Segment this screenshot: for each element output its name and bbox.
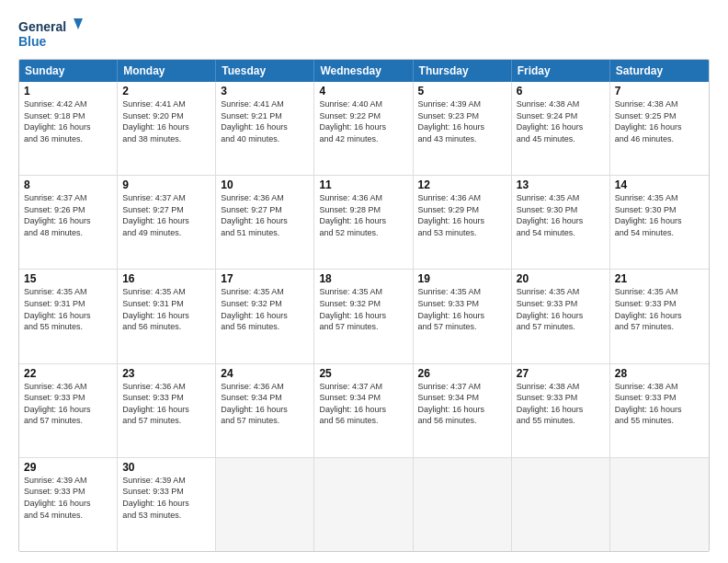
calendar-row: 15Sunrise: 4:35 AM Sunset: 9:31 PM Dayli… bbox=[19, 269, 709, 362]
calendar-cell: 4Sunrise: 4:40 AM Sunset: 9:22 PM Daylig… bbox=[314, 82, 413, 175]
calendar-cell: 23Sunrise: 4:36 AM Sunset: 9:33 PM Dayli… bbox=[118, 364, 216, 457]
calendar-cell: 26Sunrise: 4:37 AM Sunset: 9:34 PM Dayli… bbox=[414, 364, 512, 457]
calendar-cell: 9Sunrise: 4:37 AM Sunset: 9:27 PM Daylig… bbox=[118, 176, 216, 269]
cell-info: Sunrise: 4:35 AM Sunset: 9:30 PM Dayligh… bbox=[517, 192, 605, 238]
calendar-body: 1Sunrise: 4:42 AM Sunset: 9:18 PM Daylig… bbox=[19, 82, 709, 551]
calendar-cell bbox=[610, 458, 709, 551]
calendar-row: 8Sunrise: 4:37 AM Sunset: 9:26 PM Daylig… bbox=[19, 175, 709, 269]
cell-info: Sunrise: 4:36 AM Sunset: 9:33 PM Dayligh… bbox=[122, 381, 210, 427]
day-number: 18 bbox=[319, 272, 407, 285]
day-number: 11 bbox=[319, 178, 407, 191]
cell-info: Sunrise: 4:36 AM Sunset: 9:33 PM Dayligh… bbox=[24, 381, 112, 427]
calendar-cell: 24Sunrise: 4:36 AM Sunset: 9:34 PM Dayli… bbox=[216, 364, 314, 457]
svg-marker-2 bbox=[74, 18, 83, 29]
day-number: 3 bbox=[221, 85, 309, 98]
day-number: 2 bbox=[122, 85, 210, 98]
calendar-header-row: SundayMondayTuesdayWednesdayThursdayFrid… bbox=[19, 60, 709, 82]
cell-info: Sunrise: 4:42 AM Sunset: 9:18 PM Dayligh… bbox=[24, 98, 112, 144]
day-number: 4 bbox=[319, 85, 407, 98]
calendar-cell: 21Sunrise: 4:35 AM Sunset: 9:33 PM Dayli… bbox=[610, 270, 709, 362]
cell-info: Sunrise: 4:36 AM Sunset: 9:34 PM Dayligh… bbox=[221, 381, 309, 427]
header-day-sunday: Sunday bbox=[19, 60, 118, 82]
header-day-friday: Friday bbox=[512, 60, 610, 82]
day-number: 20 bbox=[517, 272, 605, 285]
header-day-monday: Monday bbox=[118, 60, 216, 82]
calendar-cell: 30Sunrise: 4:39 AM Sunset: 9:33 PM Dayli… bbox=[118, 458, 216, 551]
calendar-row: 29Sunrise: 4:39 AM Sunset: 9:33 PM Dayli… bbox=[19, 457, 709, 551]
calendar-cell bbox=[314, 458, 413, 551]
cell-info: Sunrise: 4:35 AM Sunset: 9:33 PM Dayligh… bbox=[418, 286, 506, 332]
day-number: 12 bbox=[418, 178, 506, 191]
cell-info: Sunrise: 4:39 AM Sunset: 9:33 PM Dayligh… bbox=[24, 475, 112, 521]
page: General Blue SundayMondayTuesdayWednesda… bbox=[0, 0, 728, 563]
cell-info: Sunrise: 4:38 AM Sunset: 9:24 PM Dayligh… bbox=[517, 98, 605, 144]
cell-info: Sunrise: 4:35 AM Sunset: 9:32 PM Dayligh… bbox=[319, 286, 407, 332]
cell-info: Sunrise: 4:38 AM Sunset: 9:33 PM Dayligh… bbox=[615, 381, 704, 427]
header-day-wednesday: Wednesday bbox=[314, 60, 413, 82]
cell-info: Sunrise: 4:35 AM Sunset: 9:33 PM Dayligh… bbox=[517, 286, 605, 332]
day-number: 23 bbox=[122, 367, 210, 380]
calendar-cell: 13Sunrise: 4:35 AM Sunset: 9:30 PM Dayli… bbox=[512, 176, 610, 269]
calendar-cell: 10Sunrise: 4:36 AM Sunset: 9:27 PM Dayli… bbox=[216, 176, 314, 269]
day-number: 14 bbox=[615, 178, 704, 191]
cell-info: Sunrise: 4:37 AM Sunset: 9:26 PM Dayligh… bbox=[24, 192, 112, 238]
header-day-saturday: Saturday bbox=[610, 60, 709, 82]
cell-info: Sunrise: 4:41 AM Sunset: 9:20 PM Dayligh… bbox=[122, 98, 210, 144]
calendar-cell: 27Sunrise: 4:38 AM Sunset: 9:33 PM Dayli… bbox=[512, 364, 610, 457]
calendar-cell: 5Sunrise: 4:39 AM Sunset: 9:23 PM Daylig… bbox=[414, 82, 512, 175]
cell-info: Sunrise: 4:36 AM Sunset: 9:29 PM Dayligh… bbox=[418, 192, 506, 238]
logo-svg: General Blue bbox=[18, 17, 83, 52]
day-number: 27 bbox=[517, 367, 605, 380]
calendar: SundayMondayTuesdayWednesdayThursdayFrid… bbox=[18, 59, 710, 552]
day-number: 5 bbox=[418, 85, 506, 98]
svg-text:Blue: Blue bbox=[18, 34, 47, 49]
day-number: 30 bbox=[122, 461, 210, 474]
cell-info: Sunrise: 4:35 AM Sunset: 9:33 PM Dayligh… bbox=[615, 286, 704, 332]
day-number: 29 bbox=[24, 461, 112, 474]
calendar-cell: 28Sunrise: 4:38 AM Sunset: 9:33 PM Dayli… bbox=[610, 364, 709, 457]
day-number: 28 bbox=[615, 367, 704, 380]
calendar-cell: 15Sunrise: 4:35 AM Sunset: 9:31 PM Dayli… bbox=[19, 270, 118, 362]
day-number: 22 bbox=[24, 367, 112, 380]
day-number: 9 bbox=[122, 178, 210, 191]
day-number: 16 bbox=[122, 272, 210, 285]
cell-info: Sunrise: 4:38 AM Sunset: 9:33 PM Dayligh… bbox=[517, 381, 605, 427]
day-number: 17 bbox=[221, 272, 309, 285]
day-number: 1 bbox=[24, 85, 112, 98]
cell-info: Sunrise: 4:36 AM Sunset: 9:27 PM Dayligh… bbox=[221, 192, 309, 238]
cell-info: Sunrise: 4:41 AM Sunset: 9:21 PM Dayligh… bbox=[221, 98, 309, 144]
cell-info: Sunrise: 4:38 AM Sunset: 9:25 PM Dayligh… bbox=[615, 98, 704, 144]
calendar-cell: 17Sunrise: 4:35 AM Sunset: 9:32 PM Dayli… bbox=[216, 270, 314, 362]
calendar-cell: 2Sunrise: 4:41 AM Sunset: 9:20 PM Daylig… bbox=[118, 82, 216, 175]
cell-info: Sunrise: 4:35 AM Sunset: 9:31 PM Dayligh… bbox=[24, 286, 112, 332]
calendar-cell: 8Sunrise: 4:37 AM Sunset: 9:26 PM Daylig… bbox=[19, 176, 118, 269]
cell-info: Sunrise: 4:37 AM Sunset: 9:34 PM Dayligh… bbox=[418, 381, 506, 427]
cell-info: Sunrise: 4:36 AM Sunset: 9:28 PM Dayligh… bbox=[319, 192, 407, 238]
calendar-cell: 6Sunrise: 4:38 AM Sunset: 9:24 PM Daylig… bbox=[512, 82, 610, 175]
cell-info: Sunrise: 4:40 AM Sunset: 9:22 PM Dayligh… bbox=[319, 98, 407, 144]
calendar-cell bbox=[512, 458, 610, 551]
day-number: 13 bbox=[517, 178, 605, 191]
day-number: 25 bbox=[319, 367, 407, 380]
calendar-cell: 14Sunrise: 4:35 AM Sunset: 9:30 PM Dayli… bbox=[610, 176, 709, 269]
logo: General Blue bbox=[18, 17, 83, 52]
cell-info: Sunrise: 4:35 AM Sunset: 9:30 PM Dayligh… bbox=[615, 192, 704, 238]
day-number: 8 bbox=[24, 178, 112, 191]
calendar-row: 1Sunrise: 4:42 AM Sunset: 9:18 PM Daylig… bbox=[19, 82, 709, 175]
day-number: 21 bbox=[615, 272, 704, 285]
svg-text:General: General bbox=[18, 19, 66, 34]
cell-info: Sunrise: 4:37 AM Sunset: 9:34 PM Dayligh… bbox=[319, 381, 407, 427]
calendar-cell: 25Sunrise: 4:37 AM Sunset: 9:34 PM Dayli… bbox=[314, 364, 413, 457]
calendar-cell: 16Sunrise: 4:35 AM Sunset: 9:31 PM Dayli… bbox=[118, 270, 216, 362]
cell-info: Sunrise: 4:39 AM Sunset: 9:23 PM Dayligh… bbox=[418, 98, 506, 144]
cell-info: Sunrise: 4:39 AM Sunset: 9:33 PM Dayligh… bbox=[122, 475, 210, 521]
calendar-cell: 7Sunrise: 4:38 AM Sunset: 9:25 PM Daylig… bbox=[610, 82, 709, 175]
day-number: 24 bbox=[221, 367, 309, 380]
calendar-cell: 19Sunrise: 4:35 AM Sunset: 9:33 PM Dayli… bbox=[414, 270, 512, 362]
day-number: 26 bbox=[418, 367, 506, 380]
cell-info: Sunrise: 4:37 AM Sunset: 9:27 PM Dayligh… bbox=[122, 192, 210, 238]
calendar-cell bbox=[216, 458, 314, 551]
cell-info: Sunrise: 4:35 AM Sunset: 9:32 PM Dayligh… bbox=[221, 286, 309, 332]
day-number: 19 bbox=[418, 272, 506, 285]
calendar-cell: 12Sunrise: 4:36 AM Sunset: 9:29 PM Dayli… bbox=[414, 176, 512, 269]
